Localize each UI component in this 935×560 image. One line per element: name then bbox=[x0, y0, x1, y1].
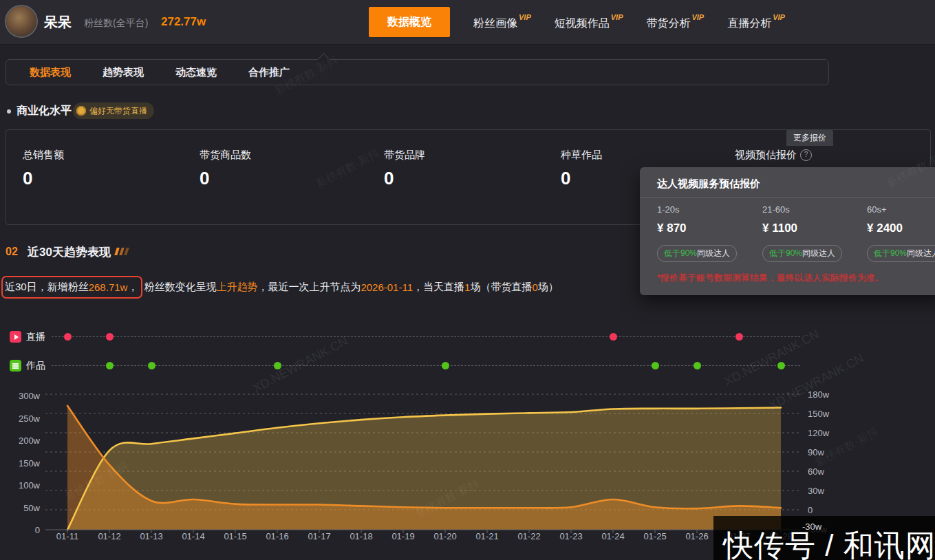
svg-text:01-21: 01-21 bbox=[475, 531, 498, 541]
badge-percent: 低于90% bbox=[769, 248, 802, 259]
svg-text:150w: 150w bbox=[19, 458, 41, 469]
summary-text: 粉丝数变化呈现 bbox=[144, 281, 216, 294]
nav-tab-data-overview[interactable]: 数据概览 bbox=[369, 7, 450, 37]
live-count: 1 bbox=[464, 281, 470, 293]
subtab-data-performance[interactable]: 数据表现 bbox=[30, 66, 71, 79]
new-fans-value: 268.71w bbox=[89, 281, 128, 293]
quote-col-1-20s: 1-20s ¥ 870 低于90%同级达人 bbox=[657, 203, 760, 262]
nav-tab-label: 带货分析 bbox=[646, 18, 690, 30]
subtab-cooperation[interactable]: 合作推广 bbox=[248, 66, 290, 79]
price-value: ¥ 2400 bbox=[867, 222, 935, 235]
popup-divider bbox=[640, 197, 935, 198]
quote-col-60s-plus: 60s+ ¥ 2400 低于90%同级达人 bbox=[867, 203, 935, 262]
summary-text: 场（带货直播 bbox=[470, 281, 532, 294]
live-timeline-track bbox=[52, 336, 800, 337]
svg-text:01-23: 01-23 bbox=[559, 531, 582, 541]
works-timeline-track bbox=[52, 365, 800, 366]
nav-tab-fan-portrait[interactable]: 粉丝画像VIP bbox=[473, 5, 531, 39]
summary-text: ， bbox=[127, 281, 138, 294]
fans-count-label: 粉丝数(全平台) bbox=[84, 17, 148, 30]
svg-text:01-18: 01-18 bbox=[350, 531, 372, 541]
price-value: ¥ 1100 bbox=[762, 222, 866, 235]
nav-tab-short-videos[interactable]: 短视频作品VIP bbox=[555, 5, 623, 39]
stat-label: 带货品牌 bbox=[384, 149, 425, 160]
video-quote-text: 视频预估报价 bbox=[735, 149, 797, 162]
svg-text:01-25: 01-25 bbox=[643, 531, 666, 541]
live-timeline-row: 直播 bbox=[0, 331, 935, 343]
stat-total-sales: 总销售额 0 bbox=[23, 149, 64, 189]
works-event-marker[interactable] bbox=[148, 362, 155, 369]
trend-summary: 近30日，新增粉丝268.71w， 粉丝数变化呈现 上升趋势 ，最近一次上升节点… bbox=[1, 276, 559, 299]
svg-text:180w: 180w bbox=[808, 389, 830, 400]
nav-tab-live-analysis[interactable]: 直播分析VIP bbox=[727, 5, 785, 39]
live-event-marker[interactable] bbox=[64, 333, 72, 341]
commerce-live-count: 0 bbox=[532, 281, 537, 293]
vip-badge: VIP bbox=[691, 13, 704, 21]
stat-label: 带货商品数 bbox=[200, 149, 251, 160]
svg-text:01-15: 01-15 bbox=[224, 531, 246, 541]
nav-tab-label: 直播分析 bbox=[727, 18, 771, 30]
peer-compare-badge: 低于90%同级达人 bbox=[657, 245, 737, 262]
live-event-marker[interactable] bbox=[610, 333, 617, 341]
nav-tab-label: 数据概览 bbox=[387, 16, 431, 28]
svg-text:50w: 50w bbox=[23, 503, 40, 513]
stat-product-count: 带货商品数 0 bbox=[200, 149, 251, 189]
commercial-level-title: 商业化水平 bbox=[17, 104, 72, 118]
svg-text:90w: 90w bbox=[808, 447, 824, 457]
stat-value: 0 bbox=[23, 168, 64, 189]
sub-tabbar: 数据表现 趋势表现 动态速览 合作推广 bbox=[6, 59, 829, 85]
stat-value: 0 bbox=[200, 168, 251, 189]
summary-text: 近30日，新增粉丝 bbox=[5, 281, 89, 294]
vip-badge: VIP bbox=[519, 13, 531, 21]
svg-text:01-17: 01-17 bbox=[308, 531, 330, 541]
works-timeline-row: 作品 bbox=[0, 360, 935, 372]
badge-rest: 同级达人 bbox=[907, 248, 935, 259]
svg-text:01-20: 01-20 bbox=[433, 531, 456, 541]
svg-text:150w: 150w bbox=[808, 409, 830, 419]
rise-date: 2026-01-11 bbox=[361, 281, 413, 293]
title-quote-marks-icon bbox=[116, 248, 128, 255]
badge-percent: 低于90% bbox=[664, 248, 697, 259]
svg-text:200w: 200w bbox=[19, 435, 41, 446]
top-header: 呆呆 粉丝数(全平台) 272.77w 数据概览 粉丝画像VIP 短视频作品VI… bbox=[0, 0, 935, 45]
fans-count-value: 272.77w bbox=[161, 15, 206, 29]
nav-tab-label: 短视频作品 bbox=[555, 18, 610, 30]
works-event-marker[interactable] bbox=[274, 362, 281, 369]
live-timeline-label: 直播 bbox=[26, 331, 45, 343]
badge-percent: 低于90% bbox=[874, 248, 907, 259]
live-event-marker[interactable] bbox=[735, 333, 743, 341]
works-event-marker[interactable] bbox=[777, 362, 785, 369]
duration-label: 21-60s bbox=[762, 204, 790, 215]
more-quotes-button[interactable]: 更多报价 bbox=[786, 129, 833, 146]
duration-label: 1-20s bbox=[657, 204, 680, 215]
svg-text:01-16: 01-16 bbox=[266, 531, 288, 541]
quote-col-21-60s: 21-60s ¥ 1100 低于90%同级达人 bbox=[762, 203, 866, 262]
live-event-marker[interactable] bbox=[106, 333, 114, 341]
right-axis-labels: 180w150w120w90w60w30w0-30w bbox=[808, 389, 830, 535]
summary-text: ，最近一次上升节点为 bbox=[257, 281, 361, 294]
svg-text:01-24: 01-24 bbox=[601, 531, 624, 541]
svg-text:0: 0 bbox=[35, 525, 40, 535]
stat-label: 总销售额 bbox=[23, 149, 64, 160]
subtab-activity-overview[interactable]: 动态速览 bbox=[175, 66, 217, 79]
works-event-marker[interactable] bbox=[442, 362, 449, 369]
avatar[interactable] bbox=[6, 6, 36, 36]
works-event-marker[interactable] bbox=[652, 362, 659, 369]
works-event-marker[interactable] bbox=[694, 362, 701, 369]
section-number: 02 bbox=[6, 246, 18, 258]
help-icon[interactable]: ? bbox=[800, 149, 812, 161]
peer-compare-badge: 低于90%同级达人 bbox=[867, 245, 935, 262]
svg-text:100w: 100w bbox=[19, 480, 41, 491]
popup-title: 达人视频服务预估报价 bbox=[657, 177, 760, 191]
trend-direction: 上升趋势 bbox=[216, 281, 257, 294]
analytics-dashboard: 呆呆 粉丝数(全平台) 272.77w 数据概览 粉丝画像VIP 短视频作品VI… bbox=[0, 0, 935, 560]
svg-text:250w: 250w bbox=[19, 413, 41, 424]
video-quote-label: 视频预估报价 ? bbox=[735, 149, 812, 162]
svg-text:60w: 60w bbox=[808, 466, 824, 477]
svg-text:01-11: 01-11 bbox=[56, 531, 78, 541]
subtab-trend-performance[interactable]: 趋势表现 bbox=[103, 66, 144, 79]
works-event-marker[interactable] bbox=[106, 362, 114, 369]
highlight-box: 近30日，新增粉丝268.71w， bbox=[1, 276, 142, 299]
nav-tab-commerce-analysis[interactable]: 带货分析VIP bbox=[646, 5, 704, 39]
price-value: ¥ 870 bbox=[657, 222, 760, 235]
